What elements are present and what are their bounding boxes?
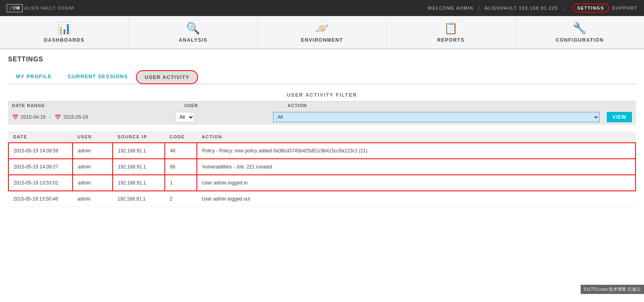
user-select[interactable]: All [175, 112, 194, 122]
cell-action: Vulnerabilities - Job: 221 created [197, 159, 636, 175]
cell-source_ip: 192.168.91.1 [113, 175, 165, 191]
th-user: USER [73, 131, 113, 143]
cell-code: 2 [165, 191, 197, 207]
analysis-label: ANALYSIS [179, 37, 208, 43]
tab-user-activity[interactable]: USER ACTIVITY [136, 70, 198, 84]
host-text: ALIENVAULT 192.168.91.225 [485, 6, 558, 10]
date-from: 2015-04-19 [21, 114, 45, 120]
action-select[interactable]: All [273, 112, 599, 122]
analysis-icon: 🔍 [186, 22, 200, 35]
nav-analysis[interactable]: 🔍 ANALYSIS [129, 16, 257, 49]
logo-box: □▽✠ [6, 4, 23, 12]
th-source-ip: SOURCE IP [113, 131, 165, 143]
environment-icon: 🪐 [315, 22, 329, 35]
configuration-label: CONFIGURATION [556, 37, 604, 43]
cell-source_ip: 192.168.91.1 [113, 143, 165, 159]
filter-inputs-row: 📅 2015-04-19 - 📅 2015-05-19 All All VIEW [8, 109, 636, 125]
calendar-to-icon: 📅 [55, 114, 61, 120]
cell-code: 46 [165, 143, 197, 159]
table-row: 2015-05-19 13:50:48admin192.168.91.12Use… [8, 191, 636, 207]
cell-code: 66 [165, 159, 197, 175]
dashboards-label: DASHBOARDS [44, 37, 85, 43]
cell-date: 2015-05-19 13:53:01 [8, 175, 73, 191]
navbar: 📊 DASHBOARDS 🔍 ANALYSIS 🪐 ENVIRONMENT 📋 … [0, 16, 644, 49]
cell-source_ip: 192.168.91.1 [113, 191, 165, 207]
filter-header-date: DATE RANGE [12, 103, 184, 108]
activity-table: DATE USER SOURCE IP CODE ACTION 2015-05-… [8, 131, 636, 207]
cell-user: admin [73, 191, 113, 207]
cell-user: admin [73, 159, 113, 175]
date-to: 2015-05-19 [63, 114, 88, 120]
cell-code: 1 [165, 175, 197, 191]
nav-environment[interactable]: 🪐 ENVIRONMENT [258, 16, 387, 49]
table-header-row: DATE USER SOURCE IP CODE ACTION [8, 131, 636, 143]
page-content: SETTINGS MY PROFILE CURRENT SESSIONS USE… [0, 49, 644, 213]
table-row: 2015-05-19 13:53:01admin192.168.91.11Use… [8, 175, 636, 191]
filter-section: USER ACTIVITY FILTER DATE RANGE USER ACT… [8, 92, 636, 125]
cell-date: 2015-05-19 14:09:59 [8, 143, 73, 159]
filter-date-range: 📅 2015-04-19 - 📅 2015-05-19 [12, 114, 175, 120]
table-row: 2015-05-19 14:09:27admin192.168.91.166Vu… [8, 159, 636, 175]
cell-date: 2015-05-19 13:50:48 [8, 191, 73, 207]
reports-label: REPORTS [437, 37, 465, 43]
th-code: CODE [165, 131, 197, 143]
reports-icon: 📋 [444, 22, 458, 35]
cell-action: User admin logged out [197, 191, 636, 207]
filter-header-action: ACTION [288, 103, 632, 108]
settings-button[interactable]: SETTINGS [573, 4, 609, 12]
filter-user-col: All [175, 112, 273, 122]
date-sep: - [48, 114, 52, 120]
filter-btn-col: VIEW [599, 112, 632, 122]
th-action: ACTION [197, 131, 636, 143]
filter-header-row: DATE RANGE USER ACTION [8, 101, 636, 109]
support-link[interactable]: SUPPORT [612, 6, 638, 10]
nav-reports[interactable]: 📋 REPORTS [387, 16, 515, 49]
welcome-text: WELCOME ADMIN [428, 6, 474, 10]
topbar: □▽✠ ALIEN VAULT OSSIM WELCOME ADMIN | AL… [0, 0, 644, 16]
cell-user: admin [73, 175, 113, 191]
tab-my-profile[interactable]: MY PROFILE [8, 69, 60, 83]
filter-title: USER ACTIVITY FILTER [8, 92, 636, 98]
th-date: DATE [8, 131, 73, 143]
cell-source_ip: 192.168.91.1 [113, 159, 165, 175]
sep2: | [563, 5, 564, 11]
logo: □▽✠ ALIEN VAULT OSSIM [6, 4, 74, 12]
environment-label: ENVIRONMENT [301, 37, 343, 43]
cell-action: User admin logged in [197, 175, 636, 191]
filter-header-user: USER [184, 103, 288, 108]
calendar-from-icon: 📅 [12, 114, 18, 120]
sep1: | [478, 5, 480, 11]
cell-user: admin [73, 143, 113, 159]
cell-action: Policy - Policy: new policy added 0a38cd… [197, 143, 636, 159]
tabs: MY PROFILE CURRENT SESSIONS USER ACTIVIT… [8, 69, 636, 84]
cell-date: 2015-05-19 14:09:27 [8, 159, 73, 175]
configuration-icon: 🔧 [573, 22, 587, 35]
nav-configuration[interactable]: 🔧 CONFIGURATION [516, 16, 644, 49]
filter-action-col: All [273, 112, 599, 122]
view-button[interactable]: VIEW [607, 112, 632, 122]
dashboards-icon: 📊 [57, 22, 71, 35]
tab-current-sessions[interactable]: CURRENT SESSIONS [60, 69, 136, 83]
table-row: 2015-05-19 14:09:59admin192.168.91.146Po… [8, 143, 636, 159]
brand-name: ALIEN VAULT OSSIM [24, 6, 74, 10]
nav-dashboards[interactable]: 📊 DASHBOARDS [0, 16, 129, 49]
page-title: SETTINGS [8, 56, 636, 63]
